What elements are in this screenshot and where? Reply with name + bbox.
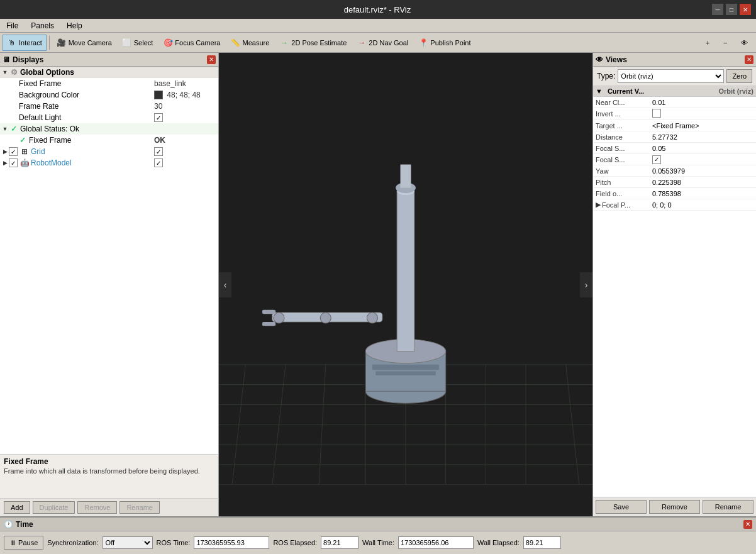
frame-rate-expand: [10, 102, 18, 110]
invert-checkbox[interactable]: [652, 109, 661, 118]
background-color-item[interactable]: Background Color 48; 48; 48: [0, 89, 218, 101]
robot-model-icon: 🤖: [19, 158, 30, 168]
wall-time-label: Wall Time:: [362, 539, 394, 546]
wall-time-input[interactable]: [398, 536, 474, 549]
grid-item[interactable]: ▶ ⊞ Grid: [0, 146, 218, 157]
move-camera-tool[interactable]: 🎥 Move Camera: [52, 35, 116, 51]
close-button[interactable]: ✕: [740, 4, 751, 15]
views-panel-header: 👁 Views ✕: [593, 53, 756, 67]
focal-s-checkbox[interactable]: [652, 155, 661, 164]
bg-color-value: 48; 48; 48: [154, 91, 217, 100]
svg-rect-31: [401, 165, 411, 188]
select-tool[interactable]: ⬜ Select: [118, 35, 158, 51]
interact-tool[interactable]: 🖱 Interact: [3, 35, 47, 51]
robot-model-checkbox[interactable]: [9, 158, 18, 167]
minimize-button[interactable]: ─: [712, 4, 723, 15]
views-type-row: Type: Orbit (rviz) Zero: [593, 67, 756, 86]
viewport-left-arrow[interactable]: ‹: [219, 272, 231, 297]
2d-nav-tool[interactable]: → 2D Nav Goal: [352, 35, 413, 51]
menu-file[interactable]: File: [3, 20, 22, 31]
fov-value[interactable]: 0.785398: [650, 189, 756, 198]
3d-viewport[interactable]: ‹ ›: [219, 53, 592, 516]
measure-tool[interactable]: 📏 Measure: [226, 35, 274, 51]
distance-value[interactable]: 5.27732: [650, 133, 756, 141]
displays-panel-close[interactable]: ✕: [207, 55, 216, 64]
robot-model-item[interactable]: ▶ 🤖 RobotModel: [0, 157, 218, 169]
focal-s-check-row: Focal S...: [593, 154, 756, 165]
distance-label: Distance: [593, 133, 650, 141]
publish-point-tool[interactable]: 📍 Publish Point: [414, 35, 475, 51]
robot-model-label[interactable]: RobotModel: [30, 158, 154, 167]
global-options-item[interactable]: ▼ ⚙ Global Options: [0, 67, 218, 78]
grid-icon: ⊞: [19, 147, 30, 157]
global-status-expand[interactable]: ▼: [1, 125, 9, 133]
focus-camera-tool[interactable]: 🎯 Focus Camera: [158, 35, 225, 51]
near-clip-value[interactable]: 0.01: [650, 98, 756, 107]
fixed-frame-ok-label: Fixed Frame: [28, 136, 154, 145]
focal-size-label: Focal S...: [593, 144, 650, 153]
fixed-frame-ok-value: OK: [154, 136, 217, 145]
near-clip-label: Near Cl...: [593, 98, 650, 107]
camera-view-btn[interactable]: 👁: [737, 35, 753, 51]
pitch-value[interactable]: 0.225398: [650, 178, 756, 187]
left-panel: 🖥 Displays ✕ ▼ ⚙ Global Options Fixed Fr…: [0, 53, 219, 516]
yaw-value[interactable]: 0.0553979: [650, 167, 756, 175]
duplicate-button[interactable]: Duplicate: [33, 501, 75, 514]
current-view-header[interactable]: ▼ Current V... Orbit (rviz): [593, 86, 756, 97]
views-save-btn[interactable]: Save: [596, 500, 647, 514]
grid-checkbox[interactable]: [9, 147, 18, 156]
remove-display-btn[interactable]: −: [720, 35, 736, 51]
current-view-label: Current V...: [608, 87, 716, 95]
global-options-expand[interactable]: ▼: [1, 69, 9, 76]
views-icon: 👁: [596, 55, 603, 64]
svg-rect-20: [372, 365, 439, 370]
robot-model-vis-checkbox[interactable]: [154, 158, 163, 167]
views-panel-close[interactable]: ✕: [745, 55, 753, 64]
grid-vis-checkbox[interactable]: [154, 147, 163, 156]
grid-label[interactable]: Grid: [30, 147, 154, 156]
views-panel: 👁 Views ✕ Type: Orbit (rviz) Zero ▼ Curr…: [592, 53, 756, 516]
menu-help[interactable]: Help: [63, 20, 86, 31]
fixed-frame-ok-item[interactable]: ✓ Fixed Frame OK: [0, 135, 218, 146]
fixed-frame-item[interactable]: Fixed Frame base_link: [0, 78, 218, 89]
add-display-btn[interactable]: +: [702, 35, 718, 51]
focal-size-value[interactable]: 0.05: [650, 144, 756, 153]
timebar-close[interactable]: ✕: [743, 520, 752, 529]
menu-panels[interactable]: Panels: [27, 20, 58, 31]
add-button[interactable]: Add: [4, 501, 30, 514]
viewport-right-arrow[interactable]: ›: [580, 272, 592, 297]
svg-point-27: [367, 313, 377, 323]
views-rename-btn[interactable]: Rename: [703, 500, 753, 514]
views-zero-btn[interactable]: Zero: [726, 69, 752, 83]
robot-model-expand[interactable]: ▶: [1, 159, 9, 167]
ros-elapsed-input[interactable]: [321, 536, 359, 549]
rename-button[interactable]: Rename: [120, 501, 160, 514]
2d-pose-tool[interactable]: → 2D Pose Estimate: [275, 35, 351, 51]
views-type-select[interactable]: Orbit (rviz): [618, 69, 724, 83]
default-light-checkbox[interactable]: [154, 113, 163, 122]
ros-time-input[interactable]: [194, 536, 269, 549]
current-view-expand[interactable]: ▼: [596, 87, 603, 95]
frame-rate-value: 30: [154, 102, 217, 111]
yaw-row: Yaw 0.0553979: [593, 165, 756, 177]
pause-button[interactable]: ⏸ Pause: [4, 536, 43, 550]
focal-point-expand[interactable]: ▶: [596, 201, 601, 209]
remove-button[interactable]: Remove: [77, 501, 117, 514]
views-remove-btn[interactable]: Remove: [649, 500, 700, 514]
sync-select[interactable]: Off: [103, 536, 153, 549]
fixed-frame-label: Fixed Frame: [18, 79, 154, 88]
wall-elapsed-input[interactable]: [523, 536, 561, 549]
toolbar-sep-1: [49, 36, 50, 50]
frame-rate-item[interactable]: Frame Rate 30: [0, 101, 218, 112]
invert-row: Invert ...: [593, 108, 756, 120]
global-status-item[interactable]: ▼ ✓ Global Status: Ok: [0, 123, 218, 135]
global-options-label: Global Options: [19, 68, 217, 77]
svg-point-25: [274, 313, 284, 323]
focal-point-label: ▶ Focal P...: [593, 200, 650, 209]
default-light-item[interactable]: Default Light: [0, 112, 218, 123]
maximize-button[interactable]: □: [726, 4, 737, 15]
target-frame-value[interactable]: <Fixed Frame>: [650, 121, 756, 130]
displays-tree: ▼ ⚙ Global Options Fixed Frame base_link…: [0, 67, 218, 454]
invert-label: Invert ...: [593, 109, 650, 118]
grid-expand[interactable]: ▶: [1, 148, 9, 155]
